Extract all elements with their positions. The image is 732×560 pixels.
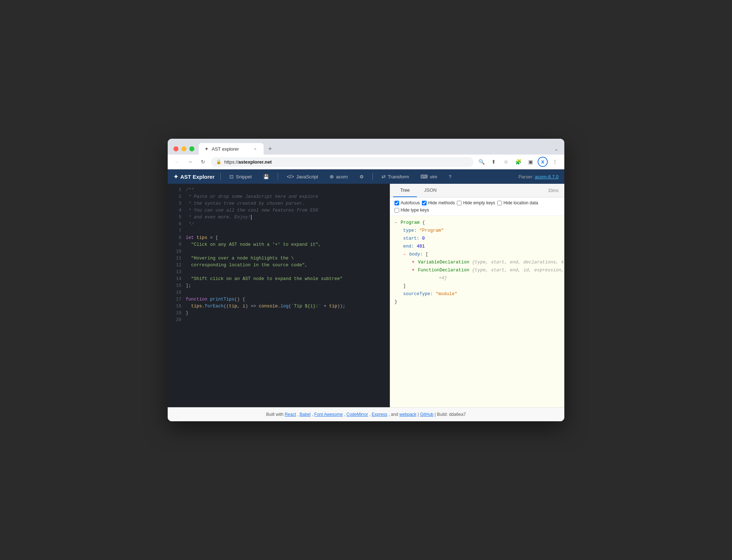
line-number: 19 (171, 310, 181, 317)
end-val: 481 (414, 243, 425, 250)
url-display: https://astexplorer.net (224, 159, 468, 165)
fn-decl-typename[interactable]: FunctionDeclaration (418, 267, 469, 274)
footer-github-link[interactable]: GitHub (420, 412, 433, 417)
footer-sep2: , (312, 412, 314, 417)
start-key: start: (403, 235, 419, 242)
language-label: JavaScript (296, 174, 318, 179)
ast-options: Autofocus Hide methods Hide empty keys H… (390, 197, 564, 216)
ast-tree[interactable]: - Program { type: "Program" start: (390, 216, 564, 407)
transform-toolbar-item[interactable]: ⇄ Transform (379, 172, 412, 181)
bookmark-button[interactable]: ☆ (501, 157, 511, 167)
settings-toolbar-item[interactable]: ⚙ (357, 173, 367, 181)
hide-empty-keys-checkbox[interactable] (457, 201, 462, 205)
line-number: 4 (171, 207, 181, 214)
line-number: 1 (171, 187, 181, 194)
code-content: function printTips() { (186, 296, 245, 303)
footer-sep1: , (297, 412, 300, 417)
snippet-icon: ⊡ (229, 174, 234, 179)
forward-button[interactable]: → (185, 157, 195, 167)
code-line-6: 6 */ (168, 221, 390, 228)
snippet-toolbar-item[interactable]: ⊡ Snippet (226, 172, 255, 181)
ast-tabs: Tree JSON 33ms (390, 184, 564, 197)
hide-methods-checkbox[interactable] (422, 201, 427, 205)
minimize-button[interactable] (181, 146, 186, 151)
body-collapse-icon[interactable]: - (403, 251, 409, 258)
share-button[interactable]: ⬆ (489, 157, 499, 167)
code-line-17: 17 function printTips() { (168, 296, 390, 303)
code-content (186, 228, 189, 235)
footer-babel-link[interactable]: Babel (300, 412, 311, 417)
parser-info-label: Parser: (519, 174, 534, 179)
hide-location-option[interactable]: Hide location data (497, 200, 538, 205)
browser-window: ✦ AST explorer × + ⌄ ← → ↻ 🔒 https://ast… (168, 139, 564, 421)
line-number: 9 (171, 241, 181, 248)
url-protocol: https:// (224, 159, 238, 165)
footer-react-link[interactable]: React (285, 412, 296, 417)
more-button[interactable]: ⋮ (550, 157, 560, 167)
app-title-text: AST Explorer (180, 174, 215, 180)
parser-version-link[interactable]: acorn-8.7.0 (535, 174, 559, 179)
tab-json-label: JSON (424, 187, 437, 193)
collapse-icon[interactable]: - (394, 219, 400, 226)
code-content: "Click on any AST node with a '+' to exp… (186, 241, 321, 248)
code-content: tips.forEach((tip, i) => console.log(`Ti… (186, 303, 345, 310)
back-button[interactable]: ← (172, 157, 182, 167)
autofocus-option[interactable]: Autofocus (394, 200, 420, 205)
hide-type-keys-checkbox[interactable] (394, 208, 399, 213)
hide-location-checkbox[interactable] (497, 201, 502, 205)
maximize-button[interactable] (189, 146, 194, 151)
sidebar-button[interactable]: ▣ (525, 157, 535, 167)
code-content: * the syntax tree created by chosen pars… (186, 200, 305, 207)
start-val: 0 (419, 235, 425, 242)
tab-json[interactable]: JSON (417, 184, 444, 197)
footer-codemirror-link[interactable]: CodeMirror (347, 412, 368, 417)
line-number: 14 (171, 276, 181, 283)
program-node: - Program { type: "Program" start: (390, 219, 564, 306)
tab-close-button[interactable]: × (253, 146, 258, 152)
code-line-9: 9 "Click on any AST node with a '+' to e… (168, 241, 390, 248)
program-typename[interactable]: Program (401, 219, 420, 226)
close-button[interactable] (173, 146, 178, 151)
address-bar[interactable]: 🔒 https://astexplorer.net (211, 157, 473, 167)
vim-toolbar-item[interactable]: ⌨ vim (418, 172, 440, 181)
footer-fa-link[interactable]: Font Awesome (314, 412, 343, 417)
fn-decl-expand-icon[interactable]: + (412, 267, 417, 274)
parser-label: acorn (336, 174, 348, 179)
help-toolbar-item[interactable]: ? (446, 173, 454, 181)
language-toolbar-item[interactable]: </> JavaScript (284, 172, 321, 181)
title-bar-top: ✦ AST explorer × + ⌄ (173, 143, 559, 155)
code-line-7: 7 (168, 228, 390, 235)
extensions-button[interactable]: 🧩 (513, 157, 523, 167)
hide-empty-keys-option[interactable]: Hide empty keys (457, 200, 495, 205)
refresh-button[interactable]: ↻ (198, 157, 208, 167)
code-content (186, 269, 189, 276)
save-toolbar-item[interactable]: 💾 (260, 173, 272, 181)
var-decl-expand-icon[interactable]: + (412, 259, 417, 266)
code-editor[interactable]: 1 /** 2 * Paste or drop some JavaScript … (168, 184, 390, 407)
search-button[interactable]: 🔍 (476, 157, 486, 167)
source-type-key: sourceType: (403, 290, 433, 298)
line-number: 7 (171, 228, 181, 235)
hide-methods-option[interactable]: Hide methods (422, 200, 455, 205)
program-close-line: } (394, 298, 560, 306)
profile-button[interactable]: X (538, 157, 548, 167)
tab-chevron-icon[interactable]: ⌄ (554, 146, 559, 152)
fn-decl-meta2-line: +4} (412, 274, 560, 282)
code-content: corresponding location in the source cod… (186, 262, 308, 269)
code-content: let tips = [ (186, 235, 218, 241)
footer-webpack-link[interactable]: webpack (399, 412, 416, 417)
hide-type-keys-option[interactable]: Hide type keys (394, 208, 429, 213)
parser-toolbar-item[interactable]: ⊕ acorn (327, 172, 351, 181)
settings-icon: ⚙ (360, 174, 364, 179)
code-line-4: 4 * You can use all the cool new feature… (168, 207, 390, 214)
footer-express-link[interactable]: Express (372, 412, 387, 417)
tab-tree[interactable]: Tree (393, 184, 417, 197)
line-number: 13 (171, 269, 181, 276)
code-line-15: 15 ]; (168, 283, 390, 289)
new-tab-button[interactable]: + (265, 144, 275, 154)
autofocus-checkbox[interactable] (394, 201, 399, 205)
active-tab[interactable]: ✦ AST explorer × (199, 143, 264, 155)
var-decl-typename[interactable]: VariableDeclaration (418, 259, 469, 266)
nav-actions: 🔍 ⬆ ☆ 🧩 ▣ X ⋮ (476, 157, 560, 167)
code-line-19: 19 } (168, 310, 390, 317)
